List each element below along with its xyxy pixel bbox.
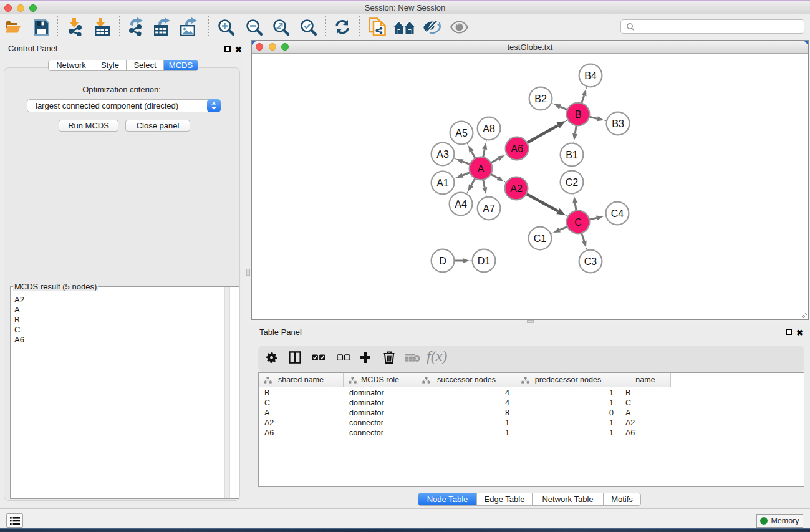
svg-text:A2: A2 (510, 183, 523, 194)
svg-text:B3: B3 (612, 118, 624, 129)
svg-text:D1: D1 (478, 256, 491, 266)
svg-text:B1: B1 (566, 150, 578, 160)
svg-text:C: C (574, 217, 582, 228)
svg-text:A6: A6 (511, 143, 523, 154)
svg-text:A7: A7 (483, 203, 495, 214)
svg-text:A5: A5 (455, 128, 468, 138)
svg-text:C3: C3 (584, 256, 597, 267)
svg-text:A8: A8 (483, 123, 495, 134)
svg-text:B4: B4 (584, 70, 597, 81)
svg-text:C1: C1 (534, 233, 547, 244)
svg-text:A: A (478, 163, 485, 174)
svg-text:B2: B2 (534, 94, 547, 104)
svg-text:B: B (575, 109, 582, 120)
svg-text:A3: A3 (436, 149, 449, 160)
svg-text:D: D (439, 256, 446, 266)
svg-text:A4: A4 (455, 199, 467, 210)
svg-text:C4: C4 (611, 208, 624, 219)
svg-text:C2: C2 (566, 177, 579, 188)
svg-text:A1: A1 (436, 178, 449, 188)
